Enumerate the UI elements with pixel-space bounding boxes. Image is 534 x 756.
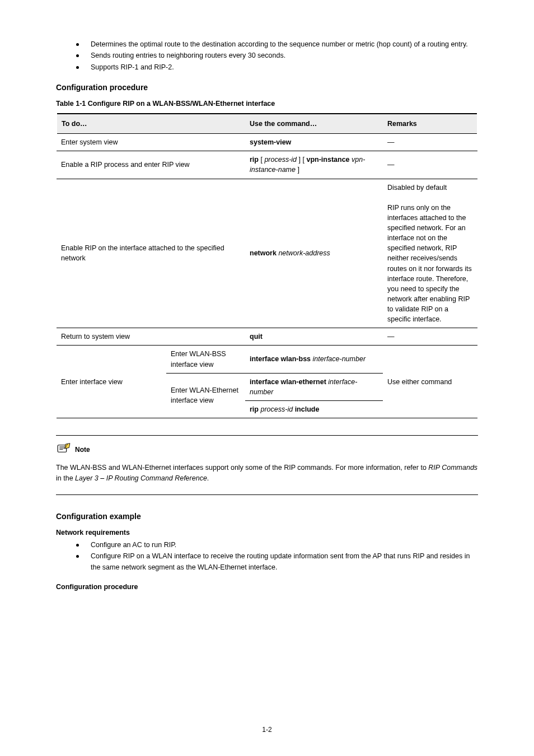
table-row: Enter system view system-view — xyxy=(57,134,477,151)
note-icon xyxy=(56,442,72,457)
cell-to-do: Return to system view xyxy=(57,328,245,346)
col-header-remarks: Remarks xyxy=(383,114,477,134)
divider xyxy=(56,494,478,495)
cell-command: interface wlan-bss interface-number xyxy=(245,346,383,373)
table-row: Enable a RIP process and enter RIP view … xyxy=(57,151,477,179)
table-row: Enable RIP on the interface attached to … xyxy=(57,179,477,328)
cell-to-do: Enable a RIP process and enter RIP view xyxy=(57,151,245,179)
cell-command: network network-address xyxy=(245,179,383,328)
table-caption: Table 1-1 Configure RIP on a WLAN-BSS/WL… xyxy=(56,100,478,108)
config-example-heading: Configuration example xyxy=(56,512,478,521)
cell-command: interface wlan-ethernet interface-number xyxy=(245,373,383,400)
note-box: Note xyxy=(56,442,478,457)
config-procedure-heading: Configuration procedure xyxy=(56,83,478,92)
cell-remarks: — xyxy=(383,134,477,151)
config-procedure-subheading: Configuration procedure xyxy=(56,583,478,591)
cell-remarks: Disabled by defaultRIP runs only on the … xyxy=(383,179,477,328)
config-table: To do… Use the command… Remarks Enter sy… xyxy=(56,113,478,418)
list-item: Supports RIP-1 and RIP-2. xyxy=(84,62,478,73)
table-row: Enter interface view Enter WLAN-BSS inte… xyxy=(57,346,477,373)
cell-command: system-view xyxy=(245,134,383,151)
list-item: Determines the optimal route to the dest… xyxy=(84,39,478,50)
cell-group-mid: Enter WLAN-Ethernet interface view xyxy=(166,373,245,418)
cell-command: rip [ process-id ] [ vpn-instance vpn-in… xyxy=(245,151,383,179)
cell-group-mid: Enter WLAN-BSS interface view xyxy=(166,346,245,373)
col-header-to-do: To do… xyxy=(57,114,245,134)
requirements-bullets: Configure an AC to run RIP. Configure RI… xyxy=(56,540,478,573)
cell-command: quit xyxy=(245,328,383,346)
cell-remarks: Use either command xyxy=(383,346,477,418)
col-header-command: Use the command… xyxy=(245,114,383,134)
cell-command: rip process-id include xyxy=(245,400,383,418)
page-number: 1-2 xyxy=(0,726,534,734)
table-row: Return to system view quit — xyxy=(57,328,477,346)
note-label: Note xyxy=(75,446,90,454)
note-body: The WLAN-BSS and WLAN-Ethernet interface… xyxy=(56,463,478,484)
divider xyxy=(56,435,478,436)
list-item: Configure RIP on a WLAN interface to rec… xyxy=(84,551,478,573)
intro-bullets: Determines the optimal route to the dest… xyxy=(56,39,478,73)
cell-remarks: — xyxy=(383,151,477,179)
cell-to-do: Enable RIP on the interface attached to … xyxy=(57,179,245,328)
cell-remarks: — xyxy=(383,328,477,346)
list-item: Configure an AC to run RIP. xyxy=(84,540,478,550)
cell-group-left: Enter interface view xyxy=(57,346,166,418)
list-item: Sends routing entries to neighboring rou… xyxy=(84,50,478,61)
network-requirements-heading: Network requirements xyxy=(56,529,478,536)
cell-to-do: Enter system view xyxy=(57,134,245,151)
